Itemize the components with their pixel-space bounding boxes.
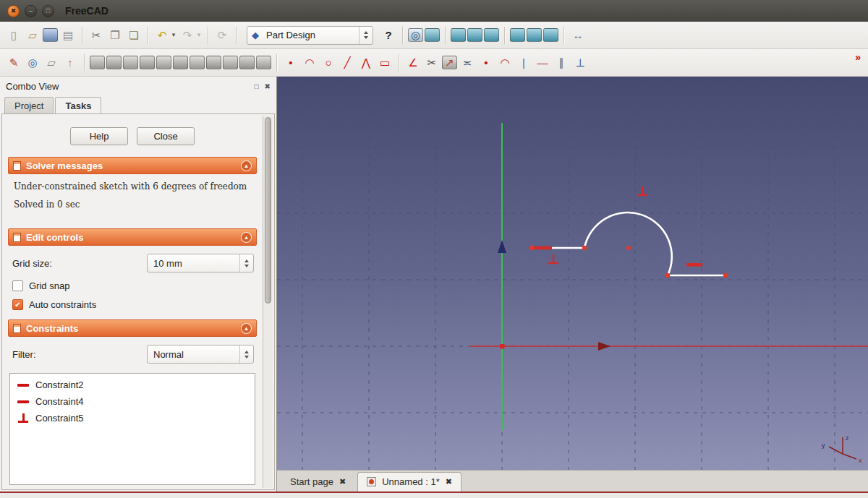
front-view-icon[interactable]: [451, 28, 466, 42]
grid-snap-checkbox-box[interactable]: [12, 280, 23, 291]
sketch-point[interactable]: [582, 246, 587, 250]
constrain-perpendicular-icon[interactable]: ⊥: [571, 54, 589, 72]
constraints-header[interactable]: Constraints ▴: [8, 319, 257, 337]
close-button[interactable]: Close: [137, 127, 195, 145]
pad-icon[interactable]: [90, 56, 105, 69]
right-view-icon[interactable]: [484, 28, 499, 42]
axonometric-view-icon[interactable]: [425, 28, 440, 42]
whats-this-icon[interactable]: ?: [380, 27, 397, 44]
leave-sketch-icon[interactable]: ↑: [61, 54, 79, 72]
constraint-list-item[interactable]: Constraint2: [10, 377, 255, 393]
redo-menu-caret-icon[interactable]: ▾: [195, 27, 203, 44]
workbench-selector[interactable]: ◆ Part Design: [247, 26, 373, 45]
grid-size-select[interactable]: 10 mm: [147, 254, 254, 272]
origin-point[interactable]: [500, 344, 505, 349]
window-maximize-button[interactable]: □: [42, 5, 54, 17]
groove-icon[interactable]: [140, 56, 155, 69]
print-icon[interactable]: ▤: [59, 27, 77, 44]
close-tab-icon[interactable]: ✖: [339, 477, 346, 486]
create-point-icon[interactable]: •: [282, 54, 299, 72]
cut-icon[interactable]: ✂: [88, 27, 105, 44]
combo-spinner[interactable]: [359, 27, 373, 44]
sketch-point[interactable]: [529, 246, 534, 250]
auto-constraints-checkbox-box[interactable]: ✔: [12, 299, 23, 310]
additive-loft-icon[interactable]: [156, 56, 171, 69]
point-icon[interactable]: •: [477, 54, 495, 72]
toolbar-overflow-button[interactable]: »: [852, 51, 864, 64]
rear-view-icon[interactable]: [510, 28, 525, 42]
external-geometry-icon[interactable]: ↗: [442, 56, 457, 69]
collapse-section-icon[interactable]: ▴: [241, 323, 252, 334]
create-polyline-icon[interactable]: ⋀: [357, 54, 375, 72]
create-arc-icon[interactable]: ◠: [301, 54, 318, 72]
trim-edge-icon[interactable]: ✂: [423, 54, 441, 72]
arc-center-point[interactable]: [626, 246, 631, 250]
map-sketch-to-face-icon[interactable]: ▱: [43, 54, 60, 72]
constrain-horizontal-icon[interactable]: —: [534, 54, 551, 72]
3d-view[interactable]: z y x: [277, 77, 868, 470]
draft-icon[interactable]: [223, 56, 238, 69]
open-folder-icon[interactable]: ▱: [24, 27, 41, 44]
top-view-icon[interactable]: [467, 28, 482, 42]
new-sketch-icon[interactable]: ✎: [5, 54, 22, 72]
sketch-point[interactable]: [665, 273, 670, 278]
undo-menu-caret-icon[interactable]: ▾: [170, 27, 177, 44]
edit-controls-header[interactable]: Edit controls ▴: [8, 228, 257, 246]
mirrored-icon[interactable]: [239, 56, 255, 69]
create-line-icon[interactable]: ╱: [339, 54, 356, 72]
panel-close-icon[interactable]: ✖: [265, 82, 271, 90]
tab-tasks[interactable]: Tasks: [55, 97, 101, 113]
undo-icon[interactable]: ↶: [153, 27, 171, 44]
collapse-section-icon[interactable]: ▴: [241, 232, 252, 243]
sketch-point[interactable]: [723, 273, 728, 278]
construction-mode-icon[interactable]: |: [515, 54, 532, 72]
constraint-list-item[interactable]: Constraint4: [10, 393, 255, 410]
window-close-button[interactable]: ✖: [7, 5, 20, 17]
bottom-view-icon[interactable]: [527, 28, 542, 42]
left-view-icon[interactable]: [543, 28, 558, 42]
solver-messages-header[interactable]: Solver messages ▴: [8, 157, 257, 174]
fit-all-icon[interactable]: ◎: [408, 28, 423, 42]
measure-distance-icon[interactable]: ↔: [569, 27, 587, 44]
constraint-filter-select[interactable]: Normal: [147, 345, 254, 364]
chamfer-icon[interactable]: [206, 56, 221, 69]
horizontal-constraint-icon: [17, 400, 29, 403]
pocket-icon[interactable]: [106, 56, 122, 69]
auto-constraints-checkbox[interactable]: ✔ Auto constraints: [12, 299, 252, 310]
create-circle-icon[interactable]: ○: [320, 54, 337, 72]
collapse-section-icon[interactable]: ▴: [241, 160, 252, 171]
panel-scrollbar-thumb[interactable]: [265, 117, 271, 304]
fillet-feature-icon[interactable]: [190, 56, 205, 69]
constraint-list-item[interactable]: Constraint5: [10, 410, 255, 426]
create-rectangle-icon[interactable]: ▭: [376, 54, 393, 72]
3d-view-canvas[interactable]: z y x: [277, 77, 868, 470]
view-sketch-icon[interactable]: ◎: [24, 54, 41, 72]
help-button[interactable]: Help: [70, 127, 128, 145]
constrain-symmetric-icon[interactable]: ≍: [459, 54, 476, 72]
grid-snap-checkbox[interactable]: Grid snap: [12, 280, 252, 291]
linear-pattern-icon[interactable]: [256, 56, 271, 69]
combo-view-titlebar[interactable]: Combo View □ ✖: [0, 77, 276, 94]
revolution-icon[interactable]: [123, 56, 138, 69]
redo-icon[interactable]: ↷: [179, 27, 196, 44]
window-minimize-button[interactable]: –: [25, 5, 37, 17]
close-tab-icon[interactable]: ✖: [446, 477, 452, 486]
constrain-coincident-icon[interactable]: ∠: [404, 54, 422, 72]
combo-spinner[interactable]: [239, 254, 253, 272]
save-icon[interactable]: [43, 28, 58, 42]
horizontal-constraint-mark[interactable]: [533, 246, 552, 250]
panel-undock-icon[interactable]: □: [255, 82, 259, 90]
create-fillet-icon[interactable]: ◠: [496, 54, 514, 72]
constrain-parallel-icon[interactable]: ∥: [553, 54, 570, 72]
doc-tab-start-page[interactable]: Start page ✖: [281, 473, 354, 491]
new-document-icon[interactable]: ▯: [5, 27, 22, 44]
refresh-icon[interactable]: ⟳: [213, 27, 231, 44]
doc-tab-unnamed[interactable]: Unnamed : 1* ✖: [357, 472, 461, 491]
panel-scrollbar[interactable]: [263, 116, 273, 488]
copy-icon[interactable]: ❐: [106, 27, 124, 44]
paste-icon[interactable]: ❏: [125, 27, 142, 44]
tab-project[interactable]: Project: [4, 97, 54, 113]
horizontal-constraint-mark[interactable]: [686, 263, 702, 267]
additive-pipe-icon[interactable]: [173, 56, 188, 69]
combo-spinner[interactable]: [239, 345, 253, 363]
